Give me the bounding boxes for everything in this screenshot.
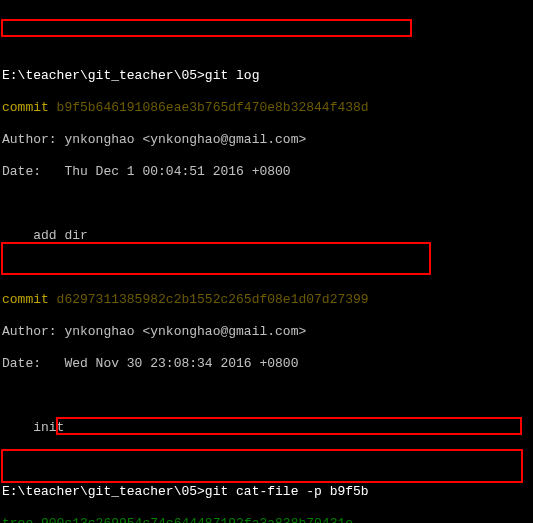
- date-line: Date: Thu Dec 1 00:04:51 2016 +0800: [2, 164, 531, 180]
- prompt-line-1[interactable]: E:\teacher\git_teacher\05>git log: [2, 68, 531, 84]
- commit-hash: b9f5b646191086eae3b765df470e8b32844f438d: [57, 100, 369, 115]
- commit-line-1: commit b9f5b646191086eae3b765df470e8b328…: [2, 100, 531, 116]
- commit-message: add dir: [2, 228, 531, 244]
- command: git log: [205, 68, 260, 83]
- blank-line: [2, 388, 531, 404]
- commit-line-2: commit d6297311385982c2b1552c265df08e1d0…: [2, 292, 531, 308]
- blank-line: [2, 452, 531, 468]
- commit-label: commit: [2, 100, 57, 115]
- commit-label: commit: [2, 292, 57, 307]
- prompt-line-2[interactable]: E:\teacher\git_teacher\05>git cat-file -…: [2, 484, 531, 500]
- blank-line: [2, 196, 531, 212]
- author-line: Author: ynkonghao <ynkonghao@gmail.com>: [2, 324, 531, 340]
- highlight-box-commit-hash: [1, 19, 412, 37]
- prompt: E:\teacher\git_teacher\05>: [2, 484, 205, 499]
- prompt: E:\teacher\git_teacher\05>: [2, 68, 205, 83]
- command: git cat-file -p b9f5b: [205, 484, 369, 499]
- tree-line: tree 900c13c269954c74c644487192fa3a838b7…: [2, 516, 531, 523]
- date-line: Date: Wed Nov 30 23:08:34 2016 +0800: [2, 356, 531, 372]
- blank-line: [2, 260, 531, 276]
- commit-message: init: [2, 420, 531, 436]
- commit-hash: d6297311385982c2b1552c265df08e1d07d27399: [57, 292, 369, 307]
- author-line: Author: ynkonghao <ynkonghao@gmail.com>: [2, 132, 531, 148]
